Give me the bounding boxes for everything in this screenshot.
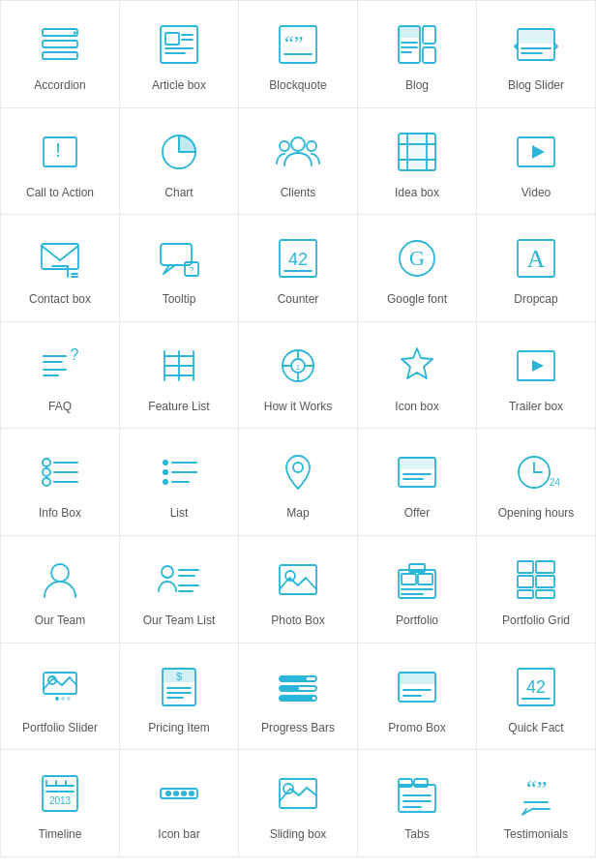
cell-info-box[interactable]: Info Box xyxy=(1,429,120,536)
opening-hours-icon: 24 xyxy=(510,446,562,498)
call-to-action-icon: ! xyxy=(34,126,86,178)
svg-text:2013: 2013 xyxy=(49,795,72,806)
icon-box-icon xyxy=(391,340,443,392)
cell-trailer-box[interactable]: Trailer box xyxy=(477,322,596,430)
cell-idea-box[interactable]: Idea box xyxy=(358,108,477,216)
svg-text:?: ? xyxy=(189,265,194,275)
svg-text:42: 42 xyxy=(526,677,546,697)
cell-feature-list[interactable]: Feature List xyxy=(120,322,239,430)
offer-label: Offer xyxy=(404,506,430,522)
svg-rect-18 xyxy=(423,47,435,63)
cell-video[interactable]: Video xyxy=(477,108,596,216)
trailer-box-label: Trailer box xyxy=(509,400,563,415)
svg-rect-114 xyxy=(536,561,554,573)
cell-promo-box[interactable]: Promo Box xyxy=(358,644,477,751)
cell-clients[interactable]: Clients xyxy=(239,108,358,216)
cell-how-it-works[interactable]: 1 How it Works xyxy=(239,322,358,430)
svg-text:1: 1 xyxy=(296,362,301,371)
cell-call-to-action[interactable]: ! Call to Action xyxy=(1,108,120,216)
our-team-list-label: Our Team List xyxy=(143,614,215,629)
svg-text:42: 42 xyxy=(288,250,308,269)
how-it-works-label: How it Works xyxy=(264,400,332,415)
contact-box-icon xyxy=(34,232,86,284)
blog-slider-icon xyxy=(510,18,562,71)
svg-rect-129 xyxy=(280,676,307,681)
tooltip-icon: ? xyxy=(153,232,205,284)
progress-bars-label: Progress Bars xyxy=(261,721,335,736)
cell-google-font[interactable]: G Google font xyxy=(358,215,477,322)
cell-chart[interactable]: Chart xyxy=(120,108,239,216)
pricing-item-icon: $ xyxy=(153,661,205,713)
quick-fact-icon: 42 xyxy=(510,661,562,713)
cell-map[interactable]: Map xyxy=(239,429,358,536)
cell-progress-bars[interactable]: Progress Bars xyxy=(239,644,358,751)
blog-slider-label: Blog Slider xyxy=(508,78,564,94)
cell-opening-hours[interactable]: 24 Opening hours xyxy=(477,429,596,536)
cell-list[interactable]: List xyxy=(120,429,239,536)
cell-our-team[interactable]: Our Team xyxy=(1,536,120,644)
cell-faq[interactable]: ? FAQ xyxy=(1,322,120,430)
cell-icon-box[interactable]: Icon box xyxy=(358,322,477,430)
cell-accordion[interactable]: Accordion xyxy=(1,1,120,108)
icon-bar-icon xyxy=(153,767,205,820)
pricing-item-label: Pricing Item xyxy=(148,721,209,736)
our-team-list-icon xyxy=(153,554,205,606)
cell-photo-box[interactable]: Photo Box xyxy=(239,536,358,644)
opening-hours-label: Opening hours xyxy=(498,506,575,522)
cell-blog[interactable]: Blog xyxy=(358,1,477,108)
icon-bar-label: Icon bar xyxy=(158,827,199,843)
svg-point-86 xyxy=(163,479,168,485)
info-box-label: Info Box xyxy=(39,506,81,522)
cell-portfolio-slider[interactable]: Portfolio Slider xyxy=(1,644,120,751)
dropcap-label: Dropcap xyxy=(514,292,557,308)
cell-tooltip[interactable]: ? Tooltip xyxy=(120,215,239,322)
cell-blockquote[interactable]: “” Blockquote xyxy=(239,1,358,108)
cell-pricing-item[interactable]: $ Pricing Item xyxy=(120,644,239,751)
svg-point-119 xyxy=(55,697,59,701)
faq-icon: ? xyxy=(34,340,86,392)
icon-box-label: Icon box xyxy=(395,400,438,415)
blog-label: Blog xyxy=(405,78,429,94)
cell-contact-box[interactable]: Contact box xyxy=(1,215,120,322)
cell-icon-bar[interactable]: Icon bar xyxy=(120,750,239,857)
video-label: Video xyxy=(522,186,551,201)
blog-icon xyxy=(391,18,443,71)
svg-point-150 xyxy=(173,791,179,796)
progress-bars-icon xyxy=(272,661,324,713)
promo-box-label: Promo Box xyxy=(388,721,445,736)
tabs-label: Tabs xyxy=(404,827,429,843)
photo-box-label: Photo Box xyxy=(271,614,324,629)
cell-our-team-list[interactable]: Our Team List xyxy=(120,536,239,644)
quick-fact-label: Quick Fact xyxy=(508,721,563,736)
map-label: Map xyxy=(286,506,309,522)
cell-sliding-box[interactable]: Sliding box xyxy=(239,750,358,857)
cell-dropcap[interactable]: A Dropcap xyxy=(477,215,596,322)
offer-icon xyxy=(391,446,443,498)
counter-icon: 42 xyxy=(272,232,324,284)
chart-icon xyxy=(153,126,205,178)
cell-offer[interactable]: Offer xyxy=(358,429,477,536)
svg-marker-45 xyxy=(164,265,175,274)
clients-icon xyxy=(272,126,324,178)
cell-blog-slider[interactable]: Blog Slider xyxy=(477,1,596,108)
svg-rect-115 xyxy=(536,576,554,587)
accordion-icon xyxy=(34,18,86,71)
how-it-works-icon: 1 xyxy=(272,340,324,392)
info-box-icon xyxy=(34,446,86,498)
cell-timeline[interactable]: 2013 Timeline xyxy=(1,750,120,857)
cell-testimonials[interactable]: “” Testimonials xyxy=(477,750,596,857)
portfolio-grid-icon xyxy=(510,554,562,606)
cell-portfolio[interactable]: Portfolio xyxy=(358,536,477,644)
article-box-label: Article box xyxy=(152,78,206,94)
cell-quick-fact[interactable]: 42 Quick Fact xyxy=(477,644,596,751)
portfolio-grid-label: Portfolio Grid xyxy=(502,614,570,629)
cell-article-box[interactable]: Article box xyxy=(120,1,239,108)
feature-list-icon xyxy=(153,340,205,392)
cell-tabs[interactable]: Tabs xyxy=(358,750,477,857)
cell-portfolio-grid[interactable]: Portfolio Grid xyxy=(477,536,596,644)
feature-list-label: Feature List xyxy=(148,400,209,415)
cell-counter[interactable]: 42 Counter xyxy=(239,215,358,322)
svg-text:“”: “” xyxy=(526,776,547,801)
timeline-icon: 2013 xyxy=(34,767,86,820)
portfolio-label: Portfolio xyxy=(396,614,438,629)
